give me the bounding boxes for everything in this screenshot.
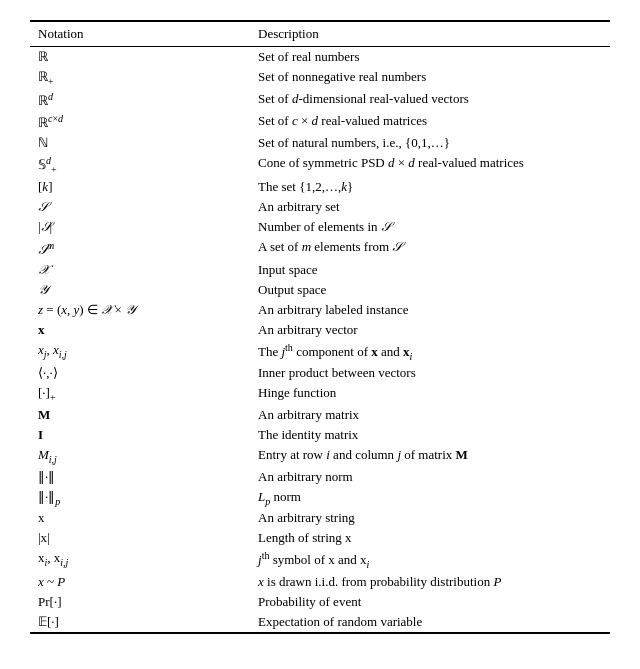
notation-cell: I	[30, 425, 250, 445]
table-row: |𝒮|Number of elements in 𝒮	[30, 217, 610, 237]
table-row: ℝSet of real numbers	[30, 47, 610, 68]
notation-cell: z = (x, y) ∈ 𝒳 × 𝒴	[30, 300, 250, 320]
description-cell: Set of nonneg​ative real numbers	[250, 67, 610, 89]
table-row: ‖·‖pLp norm	[30, 487, 610, 509]
notation-cell: [k]	[30, 177, 250, 197]
notation-cell: 𝒴	[30, 280, 250, 300]
notation-cell: 𝕊d+	[30, 153, 250, 177]
table-row: 𝔼[·]Expectation of random variable	[30, 612, 610, 633]
description-cell: An arbitrary matrix	[250, 405, 610, 425]
description-cell: Set of real numbers	[250, 47, 610, 68]
notation-cell: |𝒮|	[30, 217, 250, 237]
notation-cell: ‖·‖	[30, 467, 250, 487]
description-cell: jth symbol of x and xi	[250, 548, 610, 572]
table-row: |x|Length of string x	[30, 528, 610, 548]
notation-cell: x ~ P	[30, 572, 250, 592]
table-row: ‖·‖An arbitrary norm	[30, 467, 610, 487]
table-row: 𝒳Input space	[30, 260, 610, 280]
table-row: 𝒴Output space	[30, 280, 610, 300]
description-cell: An arbitrary set	[250, 197, 610, 217]
description-cell: The identity matrix	[250, 425, 610, 445]
table-row: ℝ+Set of nonneg​ative real numbers	[30, 67, 610, 89]
notation-cell: x	[30, 320, 250, 340]
description-cell: Probability of event	[250, 592, 610, 612]
notation-cell: ℝ+	[30, 67, 250, 89]
notation-cell: ‖·‖p	[30, 487, 250, 509]
notation-cell: 𝒳	[30, 260, 250, 280]
notation-cell: [·]+	[30, 383, 250, 405]
notation-cell: xj, xi,j	[30, 340, 250, 364]
description-cell: An arbitrary string	[250, 508, 610, 528]
table-row: [·]+Hinge function	[30, 383, 610, 405]
table-row: MAn arbitrary matrix	[30, 405, 610, 425]
table-row: 𝕊d+Cone of symmetric PSD d × d real-valu…	[30, 153, 610, 177]
description-cell: Output space	[250, 280, 610, 300]
description-cell: Lp norm	[250, 487, 610, 509]
table-row: xAn arbitrary string	[30, 508, 610, 528]
table-row: x ~ Px is drawn i.i.d. from probability …	[30, 572, 610, 592]
description-cell: Input space	[250, 260, 610, 280]
description-cell: A set of m elements from 𝒮	[250, 237, 610, 259]
description-cell: Length of string x	[250, 528, 610, 548]
notation-cell: ℝc×d	[30, 111, 250, 133]
table-row: ℕSet of natural numbers, i.e., {0,1,…}	[30, 133, 610, 153]
notation-cell: ℕ	[30, 133, 250, 153]
notation-cell: ℝd	[30, 89, 250, 111]
notation-cell: Mi,j	[30, 445, 250, 467]
notation-table: Notation Description ℝSet of real number…	[30, 20, 610, 634]
description-cell: An arbitrary labeled instance	[250, 300, 610, 320]
description-cell: Set of natural numbers, i.e., {0,1,…}	[250, 133, 610, 153]
notation-cell: ℝ	[30, 47, 250, 68]
description-cell: The jth component of x and xi	[250, 340, 610, 364]
table-row: xj, xi,jThe jth component of x and xi	[30, 340, 610, 364]
col-header-description: Description	[250, 21, 610, 47]
description-cell: An arbitrary norm	[250, 467, 610, 487]
description-cell: The set {1,2,…,k}	[250, 177, 610, 197]
table-row: Mi,jEntry at row i and column j of matri…	[30, 445, 610, 467]
table-row: z = (x, y) ∈ 𝒳 × 𝒴An arbitrary labeled i…	[30, 300, 610, 320]
table-row: xi, xi,jjth symbol of x and xi	[30, 548, 610, 572]
description-cell: Entry at row i and column j of matrix M	[250, 445, 610, 467]
table-row: Pr[·]Probability of event	[30, 592, 610, 612]
notation-cell: 𝒮m	[30, 237, 250, 259]
notation-cell: 𝔼[·]	[30, 612, 250, 633]
description-cell: Hinge function	[250, 383, 610, 405]
notation-cell: xi, xi,j	[30, 548, 250, 572]
table-row: xAn arbitrary vector	[30, 320, 610, 340]
table-row: IThe identity matrix	[30, 425, 610, 445]
description-cell: Number of elements in 𝒮	[250, 217, 610, 237]
table-row: ⟨·,·⟩Inner product between vectors	[30, 363, 610, 383]
table-row: [k]The set {1,2,…,k}	[30, 177, 610, 197]
notation-cell: Pr[·]	[30, 592, 250, 612]
description-cell: Expectation of random variable	[250, 612, 610, 633]
description-cell: Set of d-dimensional real-valued vectors	[250, 89, 610, 111]
notation-cell: 𝒮	[30, 197, 250, 217]
notation-cell: M	[30, 405, 250, 425]
description-cell: An arbitrary vector	[250, 320, 610, 340]
description-cell: Inner product between vectors	[250, 363, 610, 383]
notation-cell: ⟨·,·⟩	[30, 363, 250, 383]
notation-cell: |x|	[30, 528, 250, 548]
table-row: 𝒮mA set of m elements from 𝒮	[30, 237, 610, 259]
description-cell: x is drawn i.i.d. from probability distr…	[250, 572, 610, 592]
notation-cell: x	[30, 508, 250, 528]
notation-table-container: Notation Description ℝSet of real number…	[30, 20, 610, 634]
table-row: ℝc×dSet of c × d real-valued matrices	[30, 111, 610, 133]
description-cell: Cone of symmetric PSD d × d real-valued …	[250, 153, 610, 177]
table-row: ℝdSet of d-dimensional real-valued vecto…	[30, 89, 610, 111]
description-cell: Set of c × d real-valued matrices	[250, 111, 610, 133]
table-row: 𝒮An arbitrary set	[30, 197, 610, 217]
col-header-notation: Notation	[30, 21, 250, 47]
